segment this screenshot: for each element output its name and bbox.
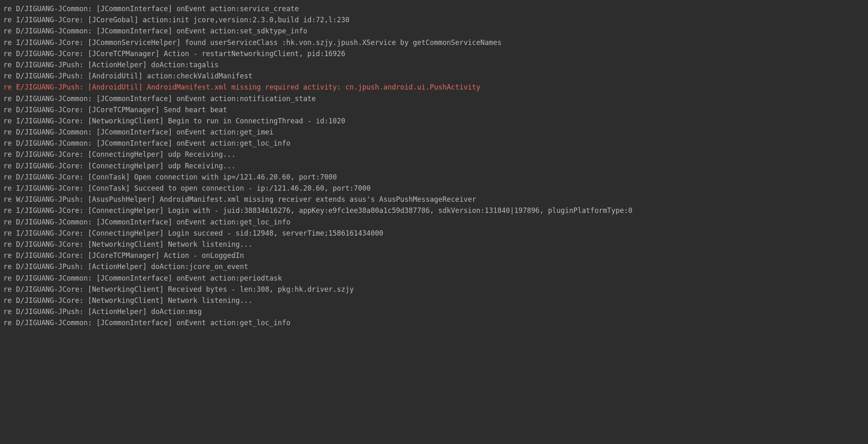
log-prefix: re bbox=[3, 117, 16, 125]
log-line[interactable]: re I/JIGUANG-JCore: [JCoreGobal] action:… bbox=[3, 14, 868, 26]
log-prefix: re bbox=[3, 307, 16, 316]
log-line[interactable]: re D/JIGUANG-JCommon: [JCommonInterface]… bbox=[3, 26, 868, 37]
log-level-tag: I/JIGUANG-JCore: bbox=[16, 206, 88, 215]
log-message: Login with - juid:38834616276, appKey:e9… bbox=[168, 206, 632, 215]
log-line[interactable]: re I/JIGUANG-JCore: [ConnectingHelper] L… bbox=[3, 228, 868, 239]
log-level-tag: I/JIGUANG-JCore: bbox=[16, 229, 88, 237]
log-line[interactable]: re D/JIGUANG-JCore: [NetworkingClient] R… bbox=[3, 284, 868, 295]
log-level-tag: D/JIGUANG-JCommon: bbox=[16, 94, 96, 103]
log-line[interactable]: re I/JIGUANG-JCore: [NetworkingClient] B… bbox=[3, 116, 868, 127]
log-message: AndroidManifest.xml missing receiver ext… bbox=[160, 195, 476, 203]
log-level-tag: I/JIGUANG-JCore: bbox=[16, 38, 88, 47]
log-line[interactable]: re D/JIGUANG-JCore: [JCoreTCPManager] Ac… bbox=[3, 250, 868, 261]
log-prefix: re bbox=[3, 128, 16, 136]
log-prefix: re bbox=[3, 173, 16, 181]
log-line[interactable]: re D/JIGUANG-JPush: [ActionHelper] doAct… bbox=[3, 59, 868, 71]
log-prefix: re bbox=[3, 27, 16, 35]
log-line[interactable]: re I/JIGUANG-JCore: [ConnectingHelper] L… bbox=[3, 205, 868, 216]
log-component: [ConnectingHelper] bbox=[88, 229, 168, 237]
log-level-tag: D/JIGUANG-JPush: bbox=[16, 262, 88, 271]
log-message: Succeed to open connection - ip:/121.46.… bbox=[134, 184, 370, 192]
log-message: onEvent action:periodtask bbox=[177, 274, 282, 282]
log-component: [JCoreTCPManager] bbox=[88, 251, 164, 260]
log-level-tag: W/JIGUANG-JPush: bbox=[16, 195, 88, 203]
log-component: [ConnectingHelper] bbox=[88, 206, 168, 215]
log-component: [JCoreTCPManager] bbox=[88, 106, 164, 114]
log-line[interactable]: re I/JIGUANG-JCore: [ConnTask] Succeed t… bbox=[3, 183, 868, 194]
log-prefix: re bbox=[3, 106, 16, 114]
log-line[interactable]: re D/JIGUANG-JCore: [ConnTask] Open conn… bbox=[3, 172, 868, 183]
log-line[interactable]: re D/JIGUANG-JCore: [NetworkingClient] N… bbox=[3, 295, 868, 306]
log-line[interactable]: re D/JIGUANG-JPush: [ActionHelper] doAct… bbox=[3, 306, 868, 317]
log-prefix: re bbox=[3, 139, 16, 147]
log-component: [JCommonInterface] bbox=[96, 128, 176, 136]
log-level-tag: D/JIGUANG-JCommon: bbox=[16, 218, 96, 226]
log-line[interactable]: re D/JIGUANG-JCore: [ConnectingHelper] u… bbox=[3, 149, 868, 160]
log-line[interactable]: re D/JIGUANG-JPush: [AndroidUtil] action… bbox=[3, 71, 868, 82]
log-message: Login succeed - sid:12948, serverTime;15… bbox=[168, 229, 383, 237]
log-prefix: re bbox=[3, 94, 16, 103]
log-line[interactable]: re D/JIGUANG-JCore: [JCoreTCPManager] Se… bbox=[3, 104, 868, 116]
log-prefix: re bbox=[3, 38, 16, 47]
log-component: [ActionHelper] bbox=[88, 61, 151, 69]
log-message: onEvent action:get_imei bbox=[177, 128, 274, 136]
log-prefix: re bbox=[3, 251, 16, 260]
log-line[interactable]: re I/JIGUANG-JCore: [JCommonServiceHelpe… bbox=[3, 37, 868, 48]
log-line[interactable]: re D/JIGUANG-JCommon: [JCommonInterface]… bbox=[3, 317, 868, 328]
log-level-tag: D/JIGUANG-JCommon: bbox=[16, 139, 96, 147]
log-message: udp Receiving... bbox=[168, 162, 236, 170]
log-line[interactable]: re D/JIGUANG-JCommon: [JCommonInterface]… bbox=[3, 93, 868, 104]
log-level-tag: D/JIGUANG-JPush: bbox=[16, 72, 88, 80]
log-component: [JCommonInterface] bbox=[96, 5, 176, 13]
log-prefix: re bbox=[3, 83, 16, 91]
log-line[interactable]: re D/JIGUANG-JCore: [NetworkingClient] N… bbox=[3, 239, 868, 250]
log-line[interactable]: re D/JIGUANG-JCommon: [JCommonInterface]… bbox=[3, 217, 868, 228]
log-line[interactable]: re D/JIGUANG-JCommon: [JCommonInterface]… bbox=[3, 127, 868, 138]
log-component: [NetworkingClient] bbox=[88, 117, 168, 125]
log-prefix: re bbox=[3, 319, 16, 327]
log-level-tag: D/JIGUANG-JCommon: bbox=[16, 5, 96, 13]
log-message: doAction:jcore_on_event bbox=[151, 262, 248, 271]
log-component: [JCoreTCPManager] bbox=[88, 50, 164, 58]
log-level-tag: D/JIGUANG-JCore: bbox=[16, 296, 88, 305]
log-line[interactable]: re D/JIGUANG-JCommon: [JCommonInterface]… bbox=[3, 138, 868, 149]
log-prefix: re bbox=[3, 50, 16, 58]
log-level-tag: D/JIGUANG-JCore: bbox=[16, 50, 88, 58]
log-component: [JCoreGobal] bbox=[88, 16, 143, 24]
log-message: Action - onLoggedIn bbox=[164, 251, 244, 260]
log-message: Begin to run in ConnectingThread - id:10… bbox=[168, 117, 345, 125]
log-component: [JCommonInterface] bbox=[96, 274, 176, 282]
log-prefix: re bbox=[3, 206, 16, 215]
log-line[interactable]: re D/JIGUANG-JCore: [JCoreTCPManager] Ac… bbox=[3, 48, 868, 59]
log-prefix: re bbox=[3, 274, 16, 282]
log-prefix: re bbox=[3, 262, 16, 271]
log-component: [JCommonInterface] bbox=[96, 27, 176, 35]
log-level-tag: D/JIGUANG-JCommon: bbox=[16, 27, 96, 35]
log-line[interactable]: re D/JIGUANG-JCommon: [JCommonInterface]… bbox=[3, 3, 868, 14]
log-prefix: re bbox=[3, 72, 16, 80]
log-line[interactable]: re D/JIGUANG-JPush: [ActionHelper] doAct… bbox=[3, 261, 868, 272]
log-line[interactable]: re W/JIGUANG-JPush: [AsusPushHelper] And… bbox=[3, 194, 868, 205]
log-line[interactable]: re D/JIGUANG-JCommon: [JCommonInterface]… bbox=[3, 273, 868, 284]
log-level-tag: I/JIGUANG-JCore: bbox=[16, 117, 88, 125]
log-message: onEvent action:notification_state bbox=[177, 94, 316, 103]
log-line[interactable]: re E/JIGUANG-JPush: [AndroidUtil] Androi… bbox=[3, 82, 868, 93]
log-message: Network listening... bbox=[168, 240, 252, 248]
log-component: [JCommonInterface] bbox=[96, 139, 176, 147]
log-message: onEvent action:get_loc_info bbox=[177, 139, 290, 147]
log-component: [ActionHelper] bbox=[88, 307, 151, 316]
log-prefix: re bbox=[3, 61, 16, 69]
log-prefix: re bbox=[3, 184, 16, 192]
log-level-tag: D/JIGUANG-JCore: bbox=[16, 150, 88, 158]
log-component: [NetworkingClient] bbox=[88, 296, 168, 305]
log-level-tag: D/JIGUANG-JCore: bbox=[16, 162, 88, 170]
log-component: [ConnTask] bbox=[88, 184, 134, 192]
log-line[interactable]: re D/JIGUANG-JCore: [ConnectingHelper] u… bbox=[3, 161, 868, 172]
log-level-tag: I/JIGUANG-JCore: bbox=[16, 16, 88, 24]
log-message: udp Receiving... bbox=[168, 150, 236, 158]
log-level-tag: D/JIGUANG-JPush: bbox=[16, 61, 88, 69]
log-output-container: re D/JIGUANG-JCommon: [JCommonInterface]… bbox=[3, 3, 868, 328]
log-component: [JCommonInterface] bbox=[96, 319, 176, 327]
log-prefix: re bbox=[3, 150, 16, 158]
log-prefix: re bbox=[3, 195, 16, 203]
